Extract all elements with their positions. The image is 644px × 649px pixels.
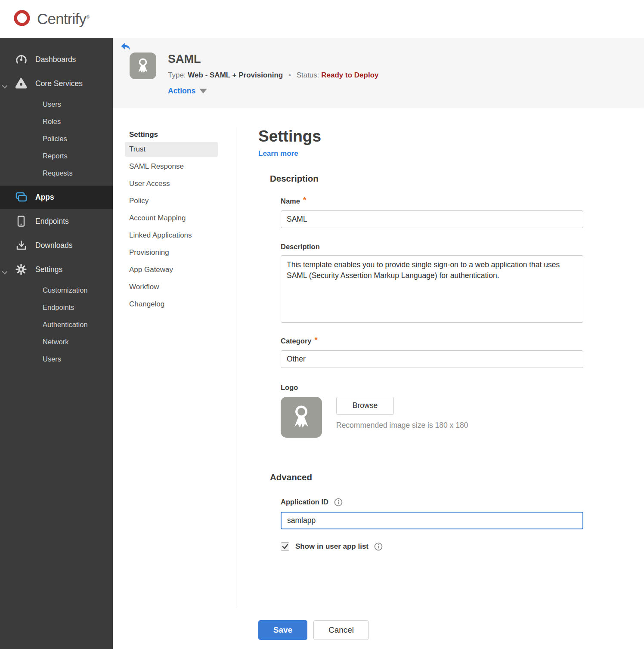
chevron-down-icon: [2, 82, 7, 91]
subnav-item-linked-applications[interactable]: Linked Applications: [125, 228, 218, 243]
subnav-item-changelog[interactable]: Changelog: [125, 297, 218, 312]
download-icon: [15, 240, 28, 251]
sidebar-item-roles[interactable]: Roles: [0, 113, 113, 130]
status-value: Ready to Deploy: [321, 71, 378, 79]
sidebar-item-downloads[interactable]: Downloads: [0, 233, 113, 257]
topbar: Centrify®: [0, 0, 644, 38]
application-id-field[interactable]: [281, 512, 583, 529]
subnav-item-policy[interactable]: Policy: [125, 194, 218, 208]
application-id-label: Application ID: [281, 498, 607, 507]
logo-label: Logo: [281, 383, 607, 392]
subnav-item-account-mapping[interactable]: Account Mapping: [125, 211, 218, 226]
sidebar-item-core-services[interactable]: Core Services: [0, 71, 113, 96]
gauge-icon: [15, 54, 28, 65]
centrify-logo: Centrify®: [12, 8, 90, 30]
sidebar-item-dashboards[interactable]: Dashboards: [0, 47, 113, 71]
status-label: Status:: [297, 71, 319, 79]
subnav-item-user-access[interactable]: User Access: [125, 176, 218, 191]
show-in-app-list-label: Show in user app list: [295, 542, 368, 551]
name-field[interactable]: [281, 210, 583, 228]
sidebar-item-policies[interactable]: Policies: [0, 130, 113, 147]
category-field[interactable]: [281, 350, 583, 368]
device-icon: [15, 216, 28, 227]
advanced-section-heading: Advanced: [270, 472, 607, 482]
name-label: Name *: [281, 197, 607, 206]
app-logo-badge: [130, 53, 156, 79]
sidebar-item-settings[interactable]: Settings: [0, 257, 113, 281]
show-in-user-app-list-row: Show in user app list: [281, 542, 607, 551]
sidebar-item-label: Core Services: [35, 79, 83, 88]
sidebar-item-settings-users[interactable]: Users: [0, 350, 113, 368]
sidebar-item-endpoints[interactable]: Endpoints: [0, 209, 113, 233]
learn-more-link[interactable]: Learn more: [258, 149, 298, 158]
sidebar-item-network[interactable]: Network: [0, 333, 113, 350]
actions-dropdown[interactable]: Actions: [168, 87, 378, 96]
save-button[interactable]: Save: [258, 620, 307, 640]
app-title: SAML: [168, 53, 378, 65]
actions-label: Actions: [168, 87, 195, 96]
sidebar-item-label: Apps: [35, 193, 54, 202]
sidebar-item-reports[interactable]: Reports: [0, 147, 113, 164]
core-services-icon: [15, 78, 28, 89]
sidebar-item-label: Dashboards: [35, 55, 76, 64]
trademark-symbol: ®: [86, 14, 89, 19]
sidebar-item-settings-endpoints[interactable]: Endpoints: [0, 299, 113, 316]
subnav-item-app-gateway[interactable]: App Gateway: [125, 263, 218, 277]
type-label: Type:: [168, 71, 186, 79]
dropdown-triangle-icon: [199, 89, 207, 93]
sidebar-item-apps[interactable]: Apps: [0, 185, 113, 209]
sidebar-item-customization[interactable]: Customization: [0, 281, 113, 299]
description-label: Description: [281, 243, 607, 251]
sidebar: Dashboards Core Services Users Roles Pol…: [0, 38, 113, 649]
separator-dot: •: [288, 71, 291, 79]
app-header: SAML Type: Web - SAML + Provisioning • S…: [113, 38, 644, 108]
back-arrow-icon[interactable]: [121, 42, 131, 51]
required-asterisk: *: [315, 335, 318, 345]
subnav-item-saml-response[interactable]: SAML Response: [125, 159, 218, 174]
app-subnav: Settings Trust SAML Response User Access…: [113, 127, 236, 608]
core-services-sublist: Users Roles Policies Reports Requests: [0, 96, 113, 182]
page-title: Settings: [258, 127, 607, 146]
sidebar-item-label: Endpoints: [35, 217, 69, 226]
type-value: Web - SAML + Provisioning: [188, 71, 283, 79]
cancel-button[interactable]: Cancel: [313, 620, 369, 640]
sidebar-item-users[interactable]: Users: [0, 96, 113, 113]
browse-button[interactable]: Browse: [336, 397, 394, 415]
show-in-app-list-checkbox[interactable]: [281, 542, 289, 551]
info-icon[interactable]: [334, 498, 343, 507]
subnav-item-trust[interactable]: Trust: [125, 142, 218, 157]
sidebar-item-requests[interactable]: Requests: [0, 164, 113, 182]
chevron-down-icon: [2, 268, 7, 277]
app-type-status-row: Type: Web - SAML + Provisioning • Status…: [168, 71, 378, 80]
sidebar-item-authentication[interactable]: Authentication: [0, 316, 113, 333]
description-field[interactable]: This template enables you to provide sin…: [281, 255, 583, 323]
centrify-wordmark: Centrify®: [37, 10, 90, 28]
logo-size-hint: Recommended image size is 180 x 180: [336, 421, 468, 430]
info-icon[interactable]: [374, 542, 383, 551]
sidebar-item-label: Settings: [35, 265, 62, 274]
content-area: SAML Type: Web - SAML + Provisioning • S…: [113, 38, 644, 649]
app-logo-preview: [281, 397, 322, 438]
description-section-heading: Description: [270, 173, 607, 184]
apps-icon: [15, 192, 28, 202]
subnav-item-workflow[interactable]: Workflow: [125, 280, 218, 294]
settings-sublist: Customization Endpoints Authentication N…: [0, 281, 113, 368]
subnav-heading: Settings: [129, 127, 236, 142]
form-actions: Save Cancel: [258, 620, 644, 640]
gear-icon: [15, 264, 28, 275]
category-label: Category *: [281, 337, 607, 346]
settings-form: Settings Learn more Description Name * D…: [236, 127, 607, 608]
centrify-logo-icon: [12, 8, 32, 30]
sidebar-item-label: Downloads: [35, 241, 73, 250]
subnav-item-provisioning[interactable]: Provisioning: [125, 245, 218, 260]
required-asterisk: *: [303, 195, 306, 205]
